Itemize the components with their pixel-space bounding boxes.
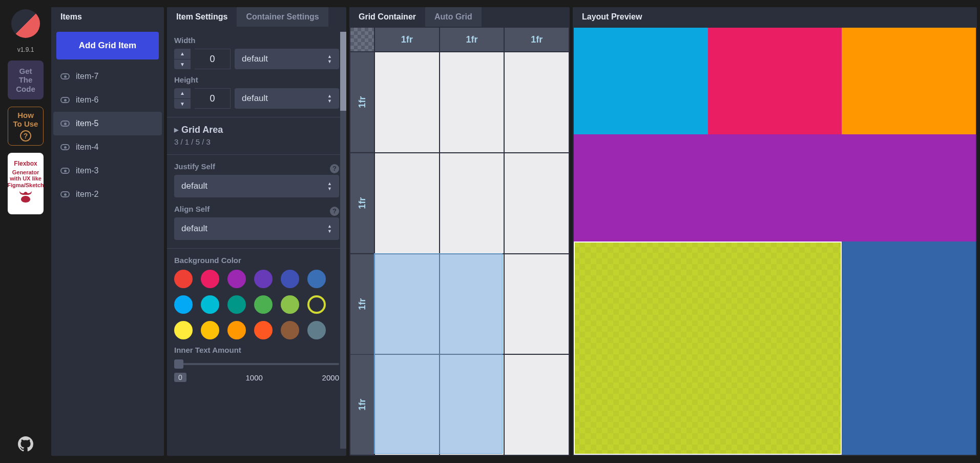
color-swatch[interactable] xyxy=(227,321,246,339)
color-swatch[interactable] xyxy=(254,270,273,288)
item-row[interactable]: item-2 xyxy=(53,183,162,206)
width-stepper[interactable]: ▲▼ xyxy=(174,49,191,69)
width-unit-select[interactable]: default▲▼ xyxy=(235,49,339,69)
item-name: item-2 xyxy=(76,190,98,199)
grid-cell[interactable] xyxy=(440,52,504,152)
flexbox-subtitle: Generator with UX like Figma/Sketch xyxy=(7,169,44,188)
color-swatch[interactable] xyxy=(254,321,273,339)
inner-text-slider[interactable] xyxy=(174,359,339,369)
align-self-select[interactable]: default▲▼ xyxy=(174,217,339,240)
preview-grid xyxy=(574,28,976,455)
preview-cell xyxy=(708,28,842,134)
left-rail: v1.9.1 Get The Code How To Use ? Flexbox… xyxy=(0,0,51,463)
triangle-right-icon: ▶ xyxy=(174,127,178,133)
height-stepper[interactable]: ▲▼ xyxy=(174,88,191,109)
grid-corner xyxy=(350,28,374,51)
tab-container-settings[interactable]: Container Settings xyxy=(237,7,328,27)
item-row[interactable]: item-4 xyxy=(53,135,162,159)
chevron-up-icon[interactable]: ▲ xyxy=(174,49,191,59)
eye-icon[interactable] xyxy=(60,73,70,79)
get-code-button[interactable]: Get The Code xyxy=(8,61,44,99)
color-swatch[interactable] xyxy=(227,295,246,314)
color-swatch[interactable] xyxy=(174,295,193,314)
preview-tabs: Layout Preview xyxy=(573,7,977,27)
app-logo xyxy=(11,9,40,38)
height-unit-label: default xyxy=(242,93,268,104)
grid-cell[interactable] xyxy=(505,355,569,455)
how-to-use-button[interactable]: How To Use ? xyxy=(8,107,44,146)
color-swatch[interactable] xyxy=(307,295,326,314)
grid-cell[interactable] xyxy=(505,52,569,152)
tab-grid-container[interactable]: Grid Container xyxy=(349,7,425,27)
justify-self-select[interactable]: default▲▼ xyxy=(174,175,339,197)
grid-container-panel: Grid Container Auto Grid 1fr1fr1fr1fr1fr… xyxy=(349,7,570,456)
item-name: item-3 xyxy=(76,166,98,175)
eye-icon[interactable] xyxy=(60,168,70,174)
align-self-value: default xyxy=(181,224,207,234)
item-row[interactable]: item-7 xyxy=(53,65,162,88)
color-swatch[interactable] xyxy=(254,295,273,314)
grid-editor[interactable]: 1fr1fr1fr1fr1fr1fr1fr xyxy=(349,27,570,456)
grid-cell[interactable] xyxy=(375,153,439,253)
version-label: v1.9.1 xyxy=(17,46,34,53)
color-swatch[interactable] xyxy=(174,321,193,339)
color-swatch[interactable] xyxy=(227,270,246,288)
preview-cell xyxy=(574,241,842,455)
tab-items[interactable]: Items xyxy=(51,7,91,27)
grid-col-header[interactable]: 1fr xyxy=(505,28,569,51)
slider-thumb[interactable] xyxy=(174,359,183,369)
chevron-down-icon[interactable]: ▼ xyxy=(174,59,191,70)
color-swatch[interactable] xyxy=(281,321,299,339)
chevron-down-icon[interactable]: ▼ xyxy=(174,99,191,109)
grid-row-header[interactable]: 1fr xyxy=(350,153,374,253)
grid-col-header[interactable]: 1fr xyxy=(375,28,439,51)
tab-layout-preview[interactable]: Layout Preview xyxy=(573,7,651,27)
color-swatch[interactable] xyxy=(281,295,299,314)
color-swatch[interactable] xyxy=(201,270,219,288)
item-row[interactable]: item-3 xyxy=(53,159,162,183)
justify-self-value: default xyxy=(181,181,207,191)
grid-cell[interactable] xyxy=(505,254,569,354)
scrollbar-thumb[interactable] xyxy=(340,32,346,111)
add-grid-item-button[interactable]: Add Grid Item xyxy=(56,32,159,59)
help-icon[interactable]: ? xyxy=(330,164,339,173)
grid-col-header[interactable]: 1fr xyxy=(440,28,504,51)
width-value[interactable]: 0 xyxy=(195,49,231,69)
settings-scrollbar[interactable] xyxy=(340,32,346,449)
help-icon[interactable]: ? xyxy=(330,207,339,216)
grid-area-value: 3 / 1 / 5 / 3 xyxy=(174,137,339,146)
grid-row-header[interactable]: 1fr xyxy=(350,355,374,455)
grid-row-header[interactable]: 1fr xyxy=(350,52,374,152)
slider-min: 0 xyxy=(174,373,186,382)
tab-item-settings[interactable]: Item Settings xyxy=(167,7,237,27)
eye-icon[interactable] xyxy=(60,144,70,150)
item-row[interactable]: item-5 xyxy=(53,112,162,135)
eye-icon[interactable] xyxy=(60,97,70,103)
github-icon[interactable] xyxy=(18,436,33,454)
height-unit-select[interactable]: default▲▼ xyxy=(235,88,339,109)
select-caret-icon: ▲▼ xyxy=(327,94,332,104)
grid-cell[interactable] xyxy=(375,52,439,152)
color-swatch[interactable] xyxy=(307,321,326,339)
color-swatch[interactable] xyxy=(201,321,219,339)
grid-tabs: Grid Container Auto Grid xyxy=(349,7,570,27)
items-list: item-7item-6item-5item-4item-3item-2 xyxy=(51,65,164,206)
color-swatch[interactable] xyxy=(201,295,219,314)
grid-row-header[interactable]: 1fr xyxy=(350,254,374,354)
grid-selection-overlay[interactable] xyxy=(374,253,503,454)
height-value[interactable]: 0 xyxy=(195,88,231,109)
color-swatch[interactable] xyxy=(307,270,326,288)
grid-area-header[interactable]: ▶Grid Area xyxy=(174,125,339,135)
eye-icon[interactable] xyxy=(60,120,70,127)
item-row[interactable]: item-6 xyxy=(53,88,162,112)
eye-icon[interactable] xyxy=(60,191,70,197)
tab-auto-grid[interactable]: Auto Grid xyxy=(425,7,482,27)
flexbox-title: Flexbox xyxy=(14,160,37,168)
grid-cell[interactable] xyxy=(505,153,569,253)
color-swatch[interactable] xyxy=(281,270,299,288)
flexbox-promo-button[interactable]: Flexbox Generator with UX like Figma/Ske… xyxy=(8,153,44,214)
color-swatch[interactable] xyxy=(174,270,193,288)
items-tabs: Items xyxy=(51,7,164,27)
grid-cell[interactable] xyxy=(440,153,504,253)
chevron-up-icon[interactable]: ▲ xyxy=(174,88,191,99)
